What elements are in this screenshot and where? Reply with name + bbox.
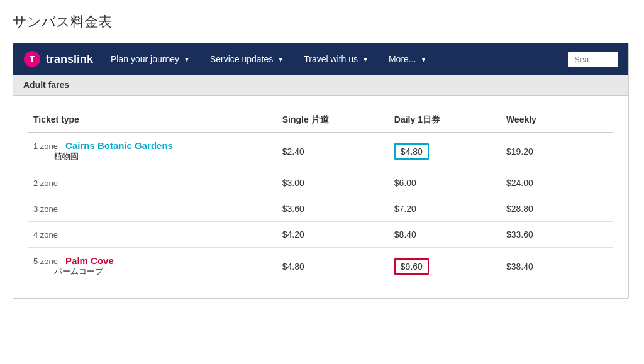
col-header-ticket-type: Ticket type xyxy=(28,108,277,133)
zone-cell: 5 zonePalm Coveパームコーブ xyxy=(28,248,277,285)
daily-price: $6.00 xyxy=(389,170,501,196)
fares-table-area: Ticket type Single 片道 Daily 1日券 Weekly xyxy=(13,96,628,298)
service-updates-arrow: ▼ xyxy=(277,56,284,63)
table-row: 2 zone$3.00$6.00$24.00 xyxy=(28,170,613,196)
ticket-name-sub: 植物園 xyxy=(54,151,270,162)
navbar: T translink Plan your journey ▼ Service … xyxy=(13,43,628,75)
zone-cell: 4 zone xyxy=(28,222,277,248)
zone-label: 1 zone xyxy=(33,141,58,151)
daily-price: $7.20 xyxy=(389,196,501,222)
nav-service-updates[interactable]: Service updates ▼ xyxy=(201,43,292,75)
browser-frame: T translink Plan your journey ▼ Service … xyxy=(13,43,629,299)
search-input[interactable] xyxy=(568,52,618,67)
nav-plan-journey[interactable]: Plan your journey ▼ xyxy=(102,43,199,75)
nav-travel-with-us[interactable]: Travel with us ▼ xyxy=(295,43,377,75)
zone-label: 5 zone xyxy=(33,256,58,266)
col-header-weekly: Weekly xyxy=(501,108,613,133)
col-header-daily: Daily 1日券 xyxy=(389,108,501,133)
svg-text:T: T xyxy=(30,54,35,64)
single-price: $2.40 xyxy=(277,133,389,170)
more-arrow: ▼ xyxy=(421,56,427,63)
fares-table: Ticket type Single 片道 Daily 1日券 Weekly xyxy=(28,108,613,285)
ticket-name-sub: パームコーブ xyxy=(54,266,270,277)
daily-price: $9.60 xyxy=(389,248,501,285)
navbar-logo[interactable]: T translink xyxy=(23,50,93,68)
translink-logo-icon: T xyxy=(23,50,41,68)
zone-cell: 3 zone xyxy=(28,196,277,222)
travel-with-us-arrow: ▼ xyxy=(362,56,369,63)
table-row: 3 zone$3.60$7.20$28.80 xyxy=(28,196,613,222)
col-header-single: Single 片道 xyxy=(277,108,389,133)
single-price: $3.60 xyxy=(277,196,389,222)
page-title: サンバス料金表 xyxy=(13,13,631,31)
ticket-name: Palm Cove xyxy=(65,255,114,266)
weekly-price: $38.40 xyxy=(501,248,613,285)
daily-price-highlighted-blue: $4.80 xyxy=(394,143,429,160)
daily-price-highlighted-red: $9.60 xyxy=(394,258,429,275)
ticket-name: Cairns Botanic Gardens xyxy=(65,140,173,151)
zone-label: 2 zone xyxy=(33,179,58,188)
daily-price: $4.80 xyxy=(389,133,501,170)
adult-fares-bar: Adult fares xyxy=(13,75,628,96)
weekly-price: $33.60 xyxy=(501,222,613,248)
nav-more[interactable]: More... ▼ xyxy=(380,43,435,75)
table-row: 4 zone$4.20$8.40$33.60 xyxy=(28,222,613,248)
zone-label: 3 zone xyxy=(33,204,58,214)
table-row: 5 zonePalm Coveパームコーブ$4.80$9.60$38.40 xyxy=(28,248,613,285)
zone-label: 4 zone xyxy=(33,230,58,240)
single-price: $3.00 xyxy=(277,170,389,196)
adult-fares-label: Adult fares xyxy=(23,80,69,90)
table-row: 1 zoneCairns Botanic Gardens植物園$2.40$4.8… xyxy=(28,133,613,170)
plan-journey-arrow: ▼ xyxy=(184,56,190,63)
zone-cell: 2 zone xyxy=(28,170,277,196)
zone-cell: 1 zoneCairns Botanic Gardens植物園 xyxy=(28,133,277,170)
logo-text: translink xyxy=(46,53,93,66)
weekly-price: $19.20 xyxy=(501,133,613,170)
single-price: $4.20 xyxy=(277,222,389,248)
weekly-price: $28.80 xyxy=(501,196,613,222)
weekly-price: $24.00 xyxy=(501,170,613,196)
daily-price: $8.40 xyxy=(389,222,501,248)
single-price: $4.80 xyxy=(277,248,389,285)
